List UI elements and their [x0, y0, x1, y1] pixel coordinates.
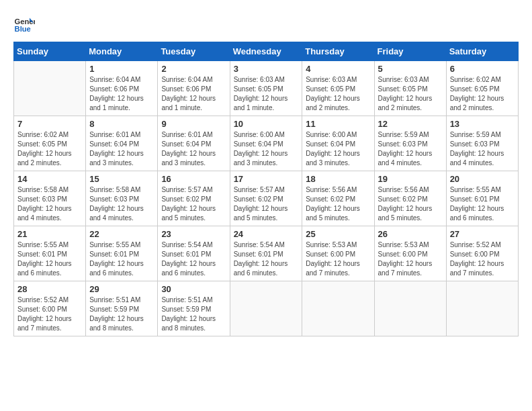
- calendar-cell: 30Sunrise: 5:51 AM Sunset: 5:59 PM Dayli…: [158, 281, 230, 336]
- day-number: 10: [234, 119, 299, 129]
- day-info: Sunrise: 5:59 AM Sunset: 6:03 PM Dayligh…: [450, 130, 515, 168]
- calendar-cell: [446, 281, 518, 336]
- col-header-saturday: Saturday: [446, 42, 518, 61]
- calendar-cell: 16Sunrise: 5:57 AM Sunset: 6:02 PM Dayli…: [158, 171, 230, 226]
- day-number: 1: [89, 64, 154, 74]
- calendar-week-row: 14Sunrise: 5:58 AM Sunset: 6:03 PM Dayli…: [14, 171, 519, 226]
- calendar-cell: 11Sunrise: 6:00 AM Sunset: 6:04 PM Dayli…: [302, 116, 374, 171]
- day-number: 24: [234, 229, 299, 239]
- day-info: Sunrise: 5:51 AM Sunset: 5:59 PM Dayligh…: [161, 295, 226, 333]
- day-number: 20: [450, 174, 515, 184]
- day-info: Sunrise: 5:56 AM Sunset: 6:02 PM Dayligh…: [306, 185, 370, 223]
- col-header-tuesday: Tuesday: [158, 42, 230, 61]
- calendar-cell: 28Sunrise: 5:52 AM Sunset: 6:00 PM Dayli…: [14, 281, 86, 336]
- day-number: 12: [378, 119, 443, 129]
- day-info: Sunrise: 6:02 AM Sunset: 6:05 PM Dayligh…: [17, 130, 82, 168]
- day-number: 5: [378, 64, 443, 74]
- calendar-cell: 18Sunrise: 5:56 AM Sunset: 6:02 PM Dayli…: [302, 171, 374, 226]
- calendar-cell: 23Sunrise: 5:54 AM Sunset: 6:01 PM Dayli…: [158, 226, 230, 281]
- col-header-thursday: Thursday: [302, 42, 374, 61]
- day-number: 2: [161, 64, 226, 74]
- calendar-cell: 29Sunrise: 5:51 AM Sunset: 5:59 PM Dayli…: [86, 281, 158, 336]
- day-number: 11: [306, 119, 370, 129]
- day-info: Sunrise: 6:03 AM Sunset: 6:05 PM Dayligh…: [306, 75, 370, 113]
- day-info: Sunrise: 5:51 AM Sunset: 5:59 PM Dayligh…: [89, 295, 154, 333]
- calendar-cell: 6Sunrise: 6:02 AM Sunset: 6:05 PM Daylig…: [446, 61, 518, 116]
- svg-text:Blue: Blue: [15, 25, 31, 33]
- calendar-cell: 20Sunrise: 5:55 AM Sunset: 6:01 PM Dayli…: [446, 171, 518, 226]
- day-info: Sunrise: 6:01 AM Sunset: 6:04 PM Dayligh…: [89, 130, 154, 168]
- day-info: Sunrise: 6:03 AM Sunset: 6:05 PM Dayligh…: [378, 75, 443, 113]
- logo: General Blue: [13, 13, 38, 35]
- calendar-cell: 2Sunrise: 6:04 AM Sunset: 6:06 PM Daylig…: [158, 61, 230, 116]
- calendar-cell: 4Sunrise: 6:03 AM Sunset: 6:05 PM Daylig…: [302, 61, 374, 116]
- calendar-cell: 24Sunrise: 5:54 AM Sunset: 6:01 PM Dayli…: [230, 226, 302, 281]
- day-number: 13: [450, 119, 515, 129]
- calendar-cell: 19Sunrise: 5:56 AM Sunset: 6:02 PM Dayli…: [374, 171, 446, 226]
- day-number: 3: [234, 64, 299, 74]
- day-number: 19: [378, 174, 443, 184]
- calendar-cell: 14Sunrise: 5:58 AM Sunset: 6:03 PM Dayli…: [14, 171, 86, 226]
- calendar-cell: 17Sunrise: 5:57 AM Sunset: 6:02 PM Dayli…: [230, 171, 302, 226]
- day-info: Sunrise: 5:58 AM Sunset: 6:03 PM Dayligh…: [17, 185, 82, 223]
- day-number: 17: [234, 174, 299, 184]
- day-info: Sunrise: 6:00 AM Sunset: 6:04 PM Dayligh…: [234, 130, 299, 168]
- day-number: 26: [378, 229, 443, 239]
- calendar-cell: 26Sunrise: 5:53 AM Sunset: 6:00 PM Dayli…: [374, 226, 446, 281]
- calendar-cell: 9Sunrise: 6:01 AM Sunset: 6:04 PM Daylig…: [158, 116, 230, 171]
- calendar-cell: 5Sunrise: 6:03 AM Sunset: 6:05 PM Daylig…: [374, 61, 446, 116]
- day-number: 8: [89, 119, 154, 129]
- calendar-table: SundayMondayTuesdayWednesdayThursdayFrid…: [13, 42, 519, 336]
- calendar-cell: 13Sunrise: 5:59 AM Sunset: 6:03 PM Dayli…: [446, 116, 518, 171]
- calendar-header-row: SundayMondayTuesdayWednesdayThursdayFrid…: [14, 42, 519, 61]
- day-number: 25: [306, 229, 370, 239]
- calendar-cell: [374, 281, 446, 336]
- calendar-cell: 27Sunrise: 5:52 AM Sunset: 6:00 PM Dayli…: [446, 226, 518, 281]
- day-number: 16: [161, 174, 226, 184]
- calendar-week-row: 1Sunrise: 6:04 AM Sunset: 6:06 PM Daylig…: [14, 61, 519, 116]
- day-number: 4: [306, 64, 370, 74]
- day-info: Sunrise: 6:01 AM Sunset: 6:04 PM Dayligh…: [161, 130, 226, 168]
- col-header-wednesday: Wednesday: [230, 42, 302, 61]
- calendar-cell: 10Sunrise: 6:00 AM Sunset: 6:04 PM Dayli…: [230, 116, 302, 171]
- calendar-cell: [230, 281, 302, 336]
- day-number: 7: [17, 119, 82, 129]
- col-header-monday: Monday: [86, 42, 158, 61]
- day-info: Sunrise: 5:55 AM Sunset: 6:01 PM Dayligh…: [450, 185, 515, 223]
- day-number: 22: [89, 229, 154, 239]
- day-number: 29: [89, 284, 154, 294]
- day-number: 28: [17, 284, 82, 294]
- calendar-cell: 7Sunrise: 6:02 AM Sunset: 6:05 PM Daylig…: [14, 116, 86, 171]
- day-info: Sunrise: 5:55 AM Sunset: 6:01 PM Dayligh…: [17, 240, 82, 278]
- calendar-cell: 3Sunrise: 6:03 AM Sunset: 6:05 PM Daylig…: [230, 61, 302, 116]
- day-info: Sunrise: 5:58 AM Sunset: 6:03 PM Dayligh…: [89, 185, 154, 223]
- calendar-week-row: 28Sunrise: 5:52 AM Sunset: 6:00 PM Dayli…: [14, 281, 519, 336]
- calendar-cell: [14, 61, 86, 116]
- day-info: Sunrise: 5:57 AM Sunset: 6:02 PM Dayligh…: [234, 185, 299, 223]
- calendar-cell: 15Sunrise: 5:58 AM Sunset: 6:03 PM Dayli…: [86, 171, 158, 226]
- calendar-cell: 25Sunrise: 5:53 AM Sunset: 6:00 PM Dayli…: [302, 226, 374, 281]
- day-number: 21: [17, 229, 82, 239]
- day-number: 27: [450, 229, 515, 239]
- day-info: Sunrise: 5:59 AM Sunset: 6:03 PM Dayligh…: [378, 130, 443, 168]
- col-header-sunday: Sunday: [14, 42, 86, 61]
- day-number: 30: [161, 284, 226, 294]
- day-number: 9: [161, 119, 226, 129]
- day-info: Sunrise: 5:52 AM Sunset: 6:00 PM Dayligh…: [17, 295, 82, 333]
- calendar-cell: 12Sunrise: 5:59 AM Sunset: 6:03 PM Dayli…: [374, 116, 446, 171]
- day-info: Sunrise: 6:03 AM Sunset: 6:05 PM Dayligh…: [234, 75, 299, 113]
- day-info: Sunrise: 6:04 AM Sunset: 6:06 PM Dayligh…: [161, 75, 226, 113]
- day-info: Sunrise: 6:04 AM Sunset: 6:06 PM Dayligh…: [89, 75, 154, 113]
- calendar-cell: 22Sunrise: 5:55 AM Sunset: 6:01 PM Dayli…: [86, 226, 158, 281]
- day-info: Sunrise: 5:53 AM Sunset: 6:00 PM Dayligh…: [378, 240, 443, 278]
- calendar-cell: [302, 281, 374, 336]
- day-info: Sunrise: 5:53 AM Sunset: 6:00 PM Dayligh…: [306, 240, 370, 278]
- day-info: Sunrise: 6:00 AM Sunset: 6:04 PM Dayligh…: [306, 130, 370, 168]
- day-number: 14: [17, 174, 82, 184]
- logo-icon: General Blue: [13, 13, 35, 35]
- col-header-friday: Friday: [374, 42, 446, 61]
- page-header: General Blue: [13, 13, 519, 35]
- day-info: Sunrise: 5:57 AM Sunset: 6:02 PM Dayligh…: [161, 185, 226, 223]
- day-info: Sunrise: 5:54 AM Sunset: 6:01 PM Dayligh…: [161, 240, 226, 278]
- calendar-week-row: 21Sunrise: 5:55 AM Sunset: 6:01 PM Dayli…: [14, 226, 519, 281]
